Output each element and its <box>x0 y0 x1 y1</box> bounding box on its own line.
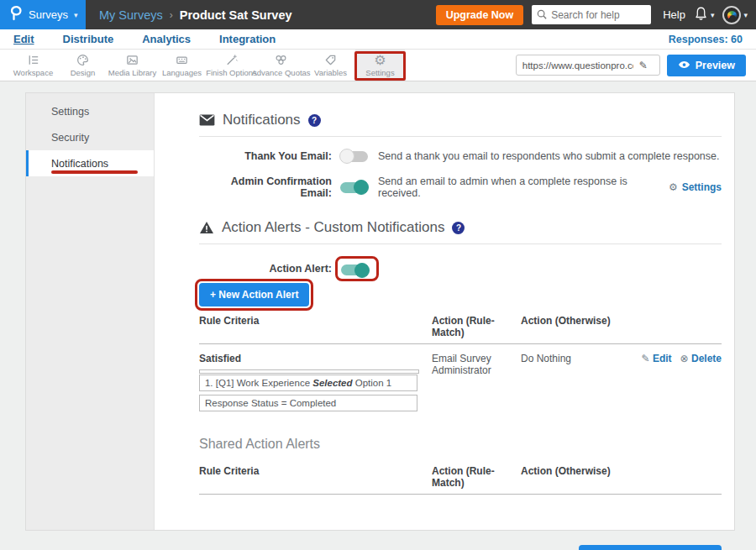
breadcrumb: My Surveys › Product Sat Survey <box>99 8 292 22</box>
advance-quotas-links-icon <box>274 53 288 67</box>
settings-page: Settings Security Notifications Notifica… <box>0 81 756 550</box>
criteria-strip <box>199 369 419 374</box>
action-alert-toggle-row: Action Alert: <box>199 256 722 281</box>
chevron-down-icon: ▾ <box>743 11 748 19</box>
toolbar-item-workspace[interactable]: Workspace <box>8 50 58 81</box>
design-palette-icon <box>76 53 90 67</box>
new-action-alert-button[interactable]: + New Action Alert <box>199 283 309 306</box>
action-alerts-section-title: Action Alerts - Custom Notifications ? <box>199 219 722 236</box>
notifications-section-title: Notifications ? <box>199 112 722 128</box>
upgrade-now-button[interactable]: Upgrade Now <box>436 5 524 25</box>
tab-analytics[interactable]: Analytics <box>142 33 191 45</box>
survey-url-input[interactable] <box>522 60 633 71</box>
variables-tag-icon <box>323 53 338 67</box>
edit-toolbar: Workspace Design Media Library Languages… <box>0 50 756 81</box>
delete-circle-icon: ⊗ <box>680 353 689 364</box>
notifications-bell-menu[interactable]: ▾ <box>694 6 715 24</box>
survey-url-box: ✎ <box>516 55 660 76</box>
warning-triangle-icon <box>199 221 214 234</box>
toolbar-item-finish-options[interactable]: Finish Options <box>207 50 256 81</box>
sidebar-item-security[interactable]: Security <box>26 124 154 150</box>
top-header: Surveys ▾ My Surveys › Product Sat Surve… <box>0 0 756 29</box>
action-alerts-table-header: Rule Criteria Action (Rule-Match) Action… <box>199 315 722 344</box>
account-menu[interactable]: ▾ <box>722 6 748 24</box>
edit-pencil-icon: ✎ <box>641 353 649 364</box>
action-alert-toggle[interactable] <box>341 265 369 275</box>
workspace-icon <box>26 53 40 67</box>
surveys-product-menu[interactable]: Surveys ▾ <box>0 0 86 29</box>
questionpro-logo-icon <box>10 5 23 24</box>
product-label: Surveys <box>29 8 68 21</box>
tab-edit[interactable]: Edit <box>13 33 34 45</box>
admin-confirmation-email-toggle[interactable] <box>340 182 368 193</box>
otherwise-action: Do Nothing <box>521 353 623 415</box>
help-icon[interactable]: ? <box>308 114 321 127</box>
eye-icon <box>678 60 690 71</box>
media-library-icon <box>125 53 139 67</box>
bell-icon <box>694 6 708 24</box>
search-icon <box>537 8 547 23</box>
admin-confirmation-email-row: Admin Confirmation Email: Send an email … <box>199 175 722 199</box>
envelope-icon <box>199 114 215 126</box>
shared-action-alerts-title: Shared Action Alerts <box>199 437 722 452</box>
help-search-box[interactable] <box>532 5 651 24</box>
breadcrumb-separator-icon: › <box>170 9 173 21</box>
avatar <box>722 6 741 24</box>
breadcrumb-my-surveys[interactable]: My Surveys <box>99 8 163 22</box>
settings-sidebar: Settings Security Notifications <box>26 93 155 530</box>
new-notification-group-button[interactable]: + New Notification Group <box>579 545 722 550</box>
thank-you-email-row: Thank You Email: Send a thank you email … <box>199 150 722 162</box>
criteria-2: Response Status = Completed <box>199 395 417 411</box>
search-input[interactable] <box>551 9 643 21</box>
chevron-down-icon: ▾ <box>74 11 78 19</box>
action-alert-row: Satisfied 1. [Q1] Work Experience Select… <box>199 344 722 415</box>
sidebar-item-notifications[interactable]: Notifications <box>26 150 154 176</box>
chevron-down-icon: ▾ <box>711 11 715 19</box>
breadcrumb-current-survey: Product Sat Survey <box>180 8 292 22</box>
gear-icon: ⚙ <box>669 181 678 193</box>
thank-you-email-toggle[interactable] <box>340 151 368 162</box>
toolbar-item-design[interactable]: Design <box>58 50 108 81</box>
settings-card: Settings Security Notifications Notifica… <box>25 92 735 531</box>
notification-groups-header: Notification Groups ? + New Notification… <box>199 545 722 550</box>
toolbar-item-variables[interactable]: Variables <box>306 50 355 81</box>
rule-status: Satisfied <box>199 353 432 364</box>
sidebar-item-settings[interactable]: Settings <box>26 98 154 124</box>
toolbar-item-languages[interactable]: Languages <box>157 50 207 81</box>
rule-match-action: Email Survey Administrator <box>432 353 521 415</box>
toolbar-item-media-library[interactable]: Media Library <box>108 50 157 81</box>
criteria-1: 1. [Q1] Work Experience Selected Option … <box>199 375 417 391</box>
toolbar-item-settings[interactable]: ⚙ Settings <box>355 50 405 81</box>
preview-button[interactable]: Preview <box>667 55 746 76</box>
help-icon[interactable]: ? <box>452 222 465 234</box>
languages-keyboard-icon <box>175 53 189 67</box>
shared-alerts-table-header: Rule Criteria Action (Rule-Match) Action… <box>199 465 722 495</box>
questionpro-app: Surveys ▾ My Surveys › Product Sat Surve… <box>0 0 756 550</box>
tab-integration[interactable]: Integration <box>219 33 276 45</box>
survey-nav: Edit Distribute Analytics Integration Re… <box>0 29 756 50</box>
delete-alert-link[interactable]: Delete <box>691 353 722 364</box>
toolbar-item-advance-quotas[interactable]: Advance Quotas <box>256 50 306 81</box>
help-link[interactable]: Help <box>663 8 685 21</box>
edit-url-pencil-icon[interactable]: ✎ <box>633 60 654 71</box>
admin-email-settings-link[interactable]: Settings <box>682 181 722 193</box>
annotation-notifications-red-underline <box>51 170 138 174</box>
responses-count: Responses: 60 <box>669 34 743 45</box>
edit-alert-link[interactable]: Edit <box>653 353 672 364</box>
tab-distribute[interactable]: Distribute <box>63 33 114 45</box>
notifications-content: Notifications ? Thank You Email: Send a … <box>155 93 734 530</box>
finish-options-wand-icon <box>224 53 239 67</box>
settings-gear-icon: ⚙ <box>374 53 386 67</box>
